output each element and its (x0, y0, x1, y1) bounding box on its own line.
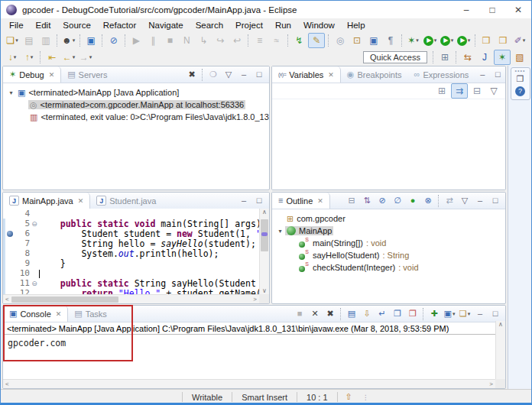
maximize-icon[interactable]: □ (252, 69, 266, 81)
code-line-4[interactable]: 4 (3, 209, 259, 219)
disconnect-icon[interactable]: N (179, 34, 194, 47)
code-line-5[interactable]: 5⊖ public static void main(String[] args… (3, 219, 259, 228)
remove-all-terminated-icon[interactable]: ✖ (185, 69, 199, 81)
tab-servers[interactable]: ▤Servers (61, 66, 113, 83)
code-line-12[interactable]: 12 return "Hello " + student.getName(); (3, 288, 259, 294)
open-perspective-icon[interactable]: ⊞ (437, 50, 453, 64)
maximize-icon[interactable]: □ (488, 195, 502, 207)
quick-access-button[interactable]: Quick Access (363, 51, 427, 63)
connect-process-icon[interactable]: ❍ (206, 69, 220, 81)
step-into-icon[interactable]: ↳ (196, 34, 211, 47)
save-icon[interactable]: ▤ (21, 34, 37, 47)
hide-fields-icon[interactable]: ⊘ (375, 195, 389, 207)
last-edit-location-icon[interactable]: ⇤ (44, 50, 60, 64)
use-step-filters-icon[interactable]: ≈ (269, 34, 284, 47)
search-icon[interactable]: ✐▾ (512, 34, 527, 47)
java-perspective-icon[interactable]: J (477, 50, 492, 64)
console-horizontal-scrollbar[interactable]: < > (3, 379, 495, 388)
breakpoint-margin[interactable] (5, 231, 15, 237)
tab-outline[interactable]: ≡Outline✕ (272, 193, 330, 209)
display-selected-console-icon[interactable]: ▣▾ (443, 308, 456, 320)
view-menu-icon[interactable]: ▽ (486, 84, 501, 98)
expander-icon[interactable]: ▾ (275, 228, 285, 235)
show-logical-structure-icon[interactable]: ⊞ (434, 84, 449, 98)
forward-icon[interactable]: →▾ (78, 50, 93, 64)
fold-icon[interactable]: ⊖ (30, 280, 39, 287)
run-icon[interactable]: ▶▾ (423, 34, 438, 47)
menu-search[interactable]: Search (190, 21, 229, 30)
tab-debug[interactable]: ✶Debug✕ (3, 66, 61, 83)
clear-console-icon[interactable]: ▤ (345, 308, 358, 320)
fold-icon[interactable]: ⊖ (30, 220, 39, 228)
minimize-icon[interactable]: – (237, 69, 251, 81)
show-breadcrumb-icon[interactable]: ▣ (366, 34, 381, 47)
debug-tree-item-terminated-exit-value-0-c-prog[interactable]: ▥<terminated, exit value: 0>C:\Program F… (3, 111, 269, 123)
menu-navigate[interactable]: Navigate (142, 21, 189, 30)
remove-all-terminated-icon[interactable]: ✖ (323, 308, 337, 320)
open-resource-icon[interactable]: ❒ (495, 34, 511, 47)
maximize-icon[interactable]: □ (491, 69, 504, 81)
back-icon[interactable]: ←▾ (61, 50, 76, 64)
close-tab-icon[interactable]: ✕ (49, 71, 55, 79)
hide-static-members-icon[interactable]: ∅ (391, 195, 404, 207)
resume-icon[interactable]: ▶ (128, 34, 144, 47)
open-task-icon[interactable]: ◎ (332, 34, 348, 47)
expander-icon[interactable]: ▾ (6, 89, 16, 96)
show-whitespace-icon[interactable]: ¶ (383, 34, 398, 47)
remove-launch-icon[interactable]: ✕ (308, 308, 322, 320)
close-button[interactable]: ✕ (505, 1, 531, 18)
menu-run[interactable]: Run (269, 21, 297, 30)
code-line-11[interactable]: 11⊖ public static String sayHello(Studen… (3, 278, 259, 288)
suspend-icon[interactable]: ∥ (145, 34, 161, 47)
debug-tree-item-terminated-com-gpcoder-mainapp[interactable]: ◎<terminated>com.gpcoder.MainApp at loca… (3, 99, 269, 111)
open-type-icon[interactable]: ⊡ (349, 34, 365, 47)
maximize-icon[interactable]: □ (488, 308, 502, 320)
menu-help[interactable]: Help (341, 21, 371, 30)
outline-tree-item-com-gpcoder[interactable]: ⊞com.gpcoder (272, 212, 505, 225)
debug-icon[interactable]: ✶▾ (406, 34, 421, 47)
word-wrap-icon[interactable]: ↵ (375, 308, 389, 320)
tab-breakpoints[interactable]: ◉Breakpoints (341, 66, 408, 83)
menu-edit[interactable]: Edit (30, 21, 57, 30)
minimize-icon[interactable]: – (237, 195, 251, 207)
hide-non-public-icon[interactable]: ● (406, 195, 420, 207)
open-folder-icon[interactable]: ❒ (478, 34, 494, 47)
show-stderr-icon[interactable]: ❐ (406, 308, 420, 320)
close-tab-icon[interactable]: ✕ (56, 310, 62, 318)
account-icon[interactable]: ☻▾ (61, 34, 76, 47)
code-line-9[interactable]: 9 } (3, 258, 259, 268)
close-tab-icon[interactable]: ✕ (78, 197, 84, 205)
pin-console-icon[interactable]: ✚ (427, 308, 441, 320)
save-all-icon[interactable]: ▥ (38, 34, 54, 47)
close-tab-icon[interactable]: ✕ (317, 197, 323, 205)
breakpoint-icon[interactable] (7, 231, 13, 237)
tab-console[interactable]: ▣Console✕ (3, 306, 68, 322)
view-menu-icon[interactable]: ▽ (222, 69, 235, 81)
hide-local-types-icon[interactable]: ⊗ (421, 195, 435, 207)
debug-ui-icon[interactable]: ▣ (83, 34, 99, 47)
tab-tasks[interactable]: ▤Tasks (68, 306, 113, 322)
outline-tree-item-main-string[interactable]: main(String[]) : void (272, 237, 505, 249)
tab-mainapp-java[interactable]: JMainApp.java✕ (3, 193, 90, 209)
code-line-7[interactable]: 7 String hello = sayHello(student); (3, 238, 259, 248)
javaee-perspective-icon[interactable]: ▧ (512, 50, 527, 64)
open-console-icon[interactable]: ❏▾ (458, 308, 472, 320)
scroll-lock-icon[interactable]: ⇩ (360, 308, 374, 320)
code-line-8[interactable]: 8 System.out.println(hello); (3, 248, 259, 258)
collapse-all-icon[interactable]: ⊟ (345, 195, 358, 207)
code-line-10[interactable]: 10 (3, 268, 259, 278)
collapse-all-icon[interactable]: ⊟ (469, 84, 485, 98)
tab-expressions[interactable]: ∞Expressions (408, 66, 475, 83)
debug-perspective-icon[interactable]: ✶ (494, 50, 511, 65)
profile-icon[interactable]: ↯ (291, 34, 307, 47)
skip-all-breakpoints-icon[interactable]: ⊘ (106, 34, 122, 47)
tab-variables[interactable]: (x)=Variables✕ (272, 66, 341, 83)
mark-occurrences-icon[interactable]: ✎ (308, 33, 325, 48)
view-menu-icon[interactable]: ▽ (458, 195, 472, 207)
terminate-icon[interactable]: ■ (293, 308, 307, 320)
restore-view-icon[interactable]: ❐ (517, 73, 524, 85)
sort-icon[interactable]: ⇅ (360, 195, 374, 207)
step-return-icon[interactable]: ↩ (229, 34, 245, 47)
debug-tree-item-terminated-mainapp-java-applic[interactable]: ▾▣<terminated>MainApp [Java Application] (3, 86, 269, 99)
code-line-6[interactable]: 6 Student student = new Student(1, "GP C… (3, 228, 259, 238)
